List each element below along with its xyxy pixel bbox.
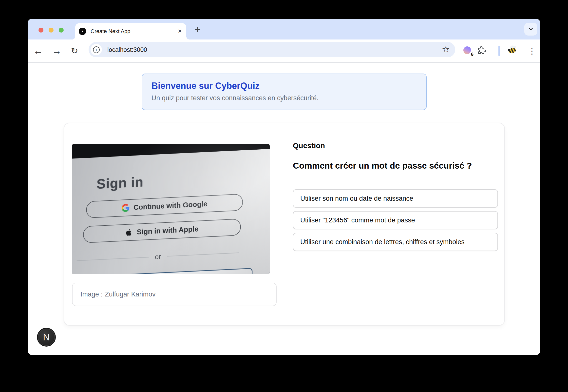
quiz-card: Sign in Continue with Google bbox=[64, 123, 505, 326]
apple-logo-icon bbox=[125, 228, 133, 237]
info-icon: i bbox=[93, 46, 100, 53]
profile-avatar-bee-icon[interactable] bbox=[507, 45, 518, 56]
photo-apple-label: Sign in with Apple bbox=[137, 225, 198, 236]
welcome-banner: Bienvenue sur CyberQuiz Un quiz pour tes… bbox=[142, 74, 427, 110]
extension-badge: 6 bbox=[470, 51, 474, 57]
forward-button[interactable]: → bbox=[49, 39, 64, 62]
answer-option-2[interactable]: Utiliser "123456" comme mot de passe bbox=[293, 211, 498, 229]
bee-head bbox=[508, 49, 510, 51]
address-bar[interactable]: i localhost:3000 ☆ bbox=[89, 42, 455, 57]
photographed-screen: Sign in Continue with Google bbox=[72, 148, 270, 274]
toolbar-separator bbox=[28, 62, 540, 63]
extensions-puzzle-icon[interactable] bbox=[477, 46, 486, 56]
traffic-light-close-button[interactable] bbox=[38, 28, 43, 33]
toolbar-divider bbox=[498, 46, 500, 56]
photo-email-input: Email or phone bbox=[72, 268, 252, 274]
vercel-triangle-icon: ▲ bbox=[81, 30, 84, 33]
browser-toolbar: ← → ↻ i localhost:3000 ☆ 6 bbox=[28, 39, 540, 62]
browser-window: ▲ Create Next App × + ← → ↻ i localhost:… bbox=[28, 19, 540, 355]
photo-signin-heading: Sign in bbox=[96, 174, 143, 192]
browser-tab[interactable]: ▲ Create Next App × bbox=[75, 23, 186, 39]
site-info-button[interactable]: i bbox=[91, 44, 102, 55]
question-label: Question bbox=[293, 141, 325, 150]
question-photo: Sign in Continue with Google bbox=[72, 144, 270, 274]
extension-shortcut-icon[interactable]: 6 bbox=[463, 46, 473, 56]
nextjs-favicon-icon: ▲ bbox=[79, 28, 86, 35]
photo-apple-button: Sign in with Apple bbox=[83, 218, 241, 243]
nextjs-devtools-button[interactable]: N bbox=[37, 328, 56, 347]
answer-option-3[interactable]: Utiliser une combinaison de lettres, chi… bbox=[293, 233, 498, 251]
menu-kebab-icon[interactable]: ⋮ bbox=[527, 45, 537, 56]
credit-prefix: Image : bbox=[80, 291, 103, 298]
answer-option-1[interactable]: Utiliser son nom ou date de naissance bbox=[293, 189, 498, 208]
tab-strip: ▲ Create Next App × + bbox=[28, 19, 540, 39]
banner-title: Bienvenue sur CyberQuiz bbox=[151, 81, 417, 91]
photo-google-label: Continue with Google bbox=[133, 200, 207, 212]
tab-close-icon[interactable]: × bbox=[178, 23, 182, 39]
url-text: localhost:3000 bbox=[107, 42, 147, 57]
google-logo-icon bbox=[122, 204, 130, 212]
tab-search-button[interactable] bbox=[524, 23, 537, 36]
banner-subtitle: Un quiz pour tester vos connaissances en… bbox=[151, 94, 417, 102]
back-button[interactable]: ← bbox=[31, 39, 45, 62]
photo-email-placeholder: Email or phone bbox=[75, 274, 252, 274]
photo-or-divider: or bbox=[76, 249, 239, 265]
bookmark-star-icon[interactable]: ☆ bbox=[442, 42, 450, 57]
credit-link[interactable]: Zulfugar Karimov bbox=[105, 291, 156, 298]
image-credit: Image : Zulfugar Karimov bbox=[72, 283, 277, 306]
traffic-light-zoom-button[interactable] bbox=[59, 28, 64, 33]
new-tab-button[interactable]: + bbox=[192, 24, 203, 35]
photo-google-button: Continue with Google bbox=[86, 194, 243, 218]
desktop-background: ▲ Create Next App × + ← → ↻ i localhost:… bbox=[0, 0, 568, 392]
question-text: Comment créer un mot de passe sécurisé ? bbox=[293, 161, 472, 171]
reload-button[interactable]: ↻ bbox=[67, 39, 82, 62]
chevron-down-icon bbox=[528, 26, 534, 32]
traffic-light-minimize-button[interactable] bbox=[49, 28, 54, 33]
tab-title: Create Next App bbox=[91, 28, 130, 35]
